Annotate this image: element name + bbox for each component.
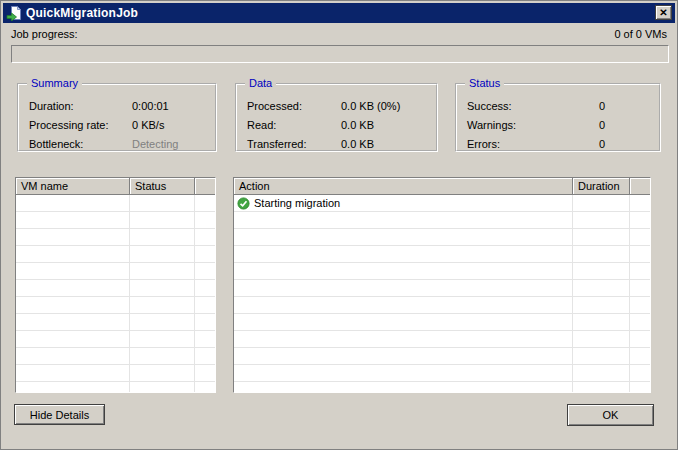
field-value: 0.0 KB bbox=[341, 138, 374, 150]
list-cell bbox=[130, 263, 195, 280]
job-progress-bar bbox=[11, 45, 669, 63]
list-cell bbox=[573, 331, 630, 348]
quick-migration-dialog: QuickMigrationJob ✕ Job progress: 0 of 0… bbox=[0, 0, 678, 450]
vm-count-text: 0 of 0 VMs bbox=[614, 28, 667, 40]
list-cell bbox=[234, 297, 573, 314]
close-button[interactable]: ✕ bbox=[655, 5, 672, 20]
list-cell bbox=[16, 263, 130, 280]
list-cell bbox=[130, 229, 195, 246]
list-cell bbox=[16, 229, 130, 246]
list-cell bbox=[130, 348, 195, 365]
list-cell bbox=[573, 314, 630, 331]
vm-list: VM nameStatus bbox=[15, 177, 216, 393]
field-value: 0:00:01 bbox=[132, 100, 169, 112]
column-header-duration[interactable]: Duration bbox=[573, 178, 630, 195]
empty-row bbox=[234, 263, 650, 280]
list-cell bbox=[573, 280, 630, 297]
close-icon: ✕ bbox=[659, 8, 667, 18]
status-groupbox-title: Status bbox=[465, 77, 504, 89]
list-cell bbox=[573, 297, 630, 314]
list-cell bbox=[630, 212, 650, 229]
action-row[interactable]: Starting migration bbox=[234, 195, 650, 212]
field-value: 0 bbox=[599, 138, 605, 150]
field-label: Transferred: bbox=[247, 138, 307, 150]
column-header-status[interactable]: Status bbox=[130, 178, 195, 195]
list-cell bbox=[130, 314, 195, 331]
status-row: Errors:0 bbox=[457, 134, 659, 153]
list-cell bbox=[573, 195, 630, 212]
data-groupbox-title: Data bbox=[245, 77, 276, 89]
list-cell bbox=[630, 314, 650, 331]
list-cell bbox=[130, 382, 195, 393]
list-cell bbox=[195, 348, 215, 365]
window-title: QuickMigrationJob bbox=[26, 6, 138, 20]
list-cell bbox=[630, 246, 650, 263]
list-cell bbox=[16, 212, 130, 229]
status-row: Warnings:0 bbox=[457, 115, 659, 134]
empty-row bbox=[16, 195, 215, 212]
field-label: Success: bbox=[467, 100, 512, 112]
empty-row bbox=[16, 365, 215, 382]
list-header: ActionDuration bbox=[234, 178, 650, 195]
empty-row bbox=[16, 212, 215, 229]
list-cell bbox=[16, 195, 130, 212]
list-cell bbox=[573, 365, 630, 382]
list-cell bbox=[234, 246, 573, 263]
action-text: Starting migration bbox=[254, 197, 340, 209]
migration-job-icon bbox=[6, 5, 22, 21]
list-cell bbox=[573, 246, 630, 263]
list-cell bbox=[16, 314, 130, 331]
hide-details-button[interactable]: Hide Details bbox=[14, 404, 105, 425]
empty-row bbox=[234, 382, 650, 393]
list-cell bbox=[630, 280, 650, 297]
list-cell bbox=[234, 263, 573, 280]
field-label: Processed: bbox=[247, 100, 302, 112]
list-cell bbox=[195, 297, 215, 314]
column-header-vm-name[interactable]: VM name bbox=[16, 178, 130, 195]
empty-row bbox=[16, 331, 215, 348]
list-cell bbox=[16, 365, 130, 382]
list-cell bbox=[234, 229, 573, 246]
list-cell bbox=[573, 382, 630, 393]
summary-groupbox-title: Summary bbox=[27, 77, 82, 89]
column-header[interactable] bbox=[630, 178, 650, 195]
column-header[interactable] bbox=[195, 178, 215, 195]
ok-button[interactable]: OK bbox=[567, 404, 654, 426]
list-cell bbox=[16, 331, 130, 348]
list-cell bbox=[130, 195, 195, 212]
column-header-action[interactable]: Action bbox=[234, 178, 573, 195]
action-log-list: ActionDurationStarting migration bbox=[233, 177, 651, 393]
list-cell bbox=[195, 229, 215, 246]
list-cell bbox=[630, 348, 650, 365]
list-cell bbox=[130, 331, 195, 348]
list-cell bbox=[195, 382, 215, 393]
list-cell bbox=[234, 365, 573, 382]
list-cell bbox=[195, 280, 215, 297]
empty-row bbox=[16, 297, 215, 314]
list-cell bbox=[573, 348, 630, 365]
field-label: Duration: bbox=[29, 100, 74, 112]
list-cell bbox=[130, 280, 195, 297]
list-cell bbox=[195, 195, 215, 212]
list-header: VM nameStatus bbox=[16, 178, 215, 195]
list-cell bbox=[234, 348, 573, 365]
list-cell bbox=[16, 348, 130, 365]
summary-row: Processing rate:0 KB/s bbox=[19, 115, 215, 134]
list-cell bbox=[195, 331, 215, 348]
field-label: Bottleneck: bbox=[29, 138, 83, 150]
list-cell bbox=[234, 280, 573, 297]
field-label: Warnings: bbox=[467, 119, 516, 131]
success-check-icon bbox=[237, 197, 250, 210]
field-label: Processing rate: bbox=[29, 119, 108, 131]
list-cell bbox=[630, 331, 650, 348]
field-value: 0 bbox=[599, 119, 605, 131]
list-cell bbox=[630, 297, 650, 314]
empty-row bbox=[234, 314, 650, 331]
empty-row bbox=[16, 314, 215, 331]
empty-row bbox=[234, 348, 650, 365]
list-cell bbox=[630, 382, 650, 393]
empty-row bbox=[16, 382, 215, 393]
field-label: Errors: bbox=[467, 138, 500, 150]
field-value: 0 KB/s bbox=[132, 119, 164, 131]
list-cell bbox=[195, 314, 215, 331]
